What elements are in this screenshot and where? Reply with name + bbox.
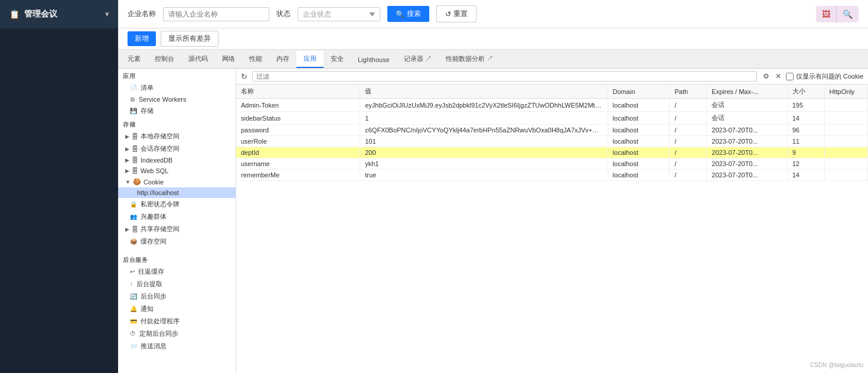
tab-network[interactable]: 网络 [215, 51, 242, 68]
sidebar-item-interest-groups[interactable]: 👥 兴趣群体 [118, 210, 236, 223]
table-cell: username [236, 158, 360, 170]
sidebar-group-shared-storage[interactable]: ▶ 🗄 共享存储空间 [118, 223, 236, 235]
sidebar-group-session-storage[interactable]: ▶ 🗄 会话存储空间 [118, 142, 236, 155]
sidebar-item-manifest[interactable]: 📄 清单 [118, 82, 236, 94]
indexeddb-expand-icon: ▶ [125, 157, 129, 163]
tab-lighthouse[interactable]: Lighthouse [351, 53, 397, 68]
table-cell: userRole [236, 136, 360, 147]
app-layout: 📋 管理会议 ▾ 企业名称 状态 企业状态 启用 禁用 ▼ 🔍 [0, 0, 868, 373]
table-cell: 会话 [707, 99, 787, 112]
filter-issues-checkbox[interactable] [786, 73, 794, 80]
table-cell: / [670, 136, 707, 147]
table-row[interactable]: passwordc6QFX0BoPNC/nIjoVCYYoQYklj44a7er… [236, 125, 868, 136]
notifications-icon: 🔔 [130, 306, 137, 312]
sidebar-item-localhost[interactable]: http://localhost [118, 187, 236, 198]
sidebar-item-background-fetch[interactable]: ↑ 后台提取 [118, 278, 236, 290]
status-label: 状态 [276, 9, 291, 19]
col-header-value: 值 [360, 85, 608, 99]
app-header-chevron[interactable]: ▾ [105, 10, 109, 18]
table-cell: 2023-07-20T0... [707, 158, 787, 170]
table-cell: / [670, 158, 707, 170]
table-cell: / [670, 147, 707, 158]
table-cell [824, 147, 867, 158]
sidebar-item-push-messaging[interactable]: 📨 推送消息 [118, 340, 236, 352]
background-fetch-icon: ↑ [130, 281, 133, 287]
app-nav [0, 28, 118, 373]
cache-icon: 📦 [130, 238, 137, 245]
table-cell: 2023-07-20T0... [707, 170, 787, 181]
sidebar-item-cache[interactable]: 📦 缓存空间 [118, 235, 236, 248]
table-cell [824, 99, 867, 112]
table-row[interactable]: usernameykh1localhost/2023-07-20T0...12 [236, 158, 868, 170]
tab-memory[interactable]: 内存 [269, 51, 296, 68]
tab-perf-insights[interactable]: 性能数据分析 ↗ [439, 51, 500, 68]
local-storage-icon: 🗄 [132, 133, 138, 140]
right-panel: 企业名称 状态 企业状态 启用 禁用 ▼ 🔍 搜索 ↺ 重置 🖼 [118, 0, 868, 373]
sidebar-section-app-title: 应用 [118, 69, 236, 82]
sidebar-item-private-state[interactable]: 🔒 私密状态令牌 [118, 198, 236, 210]
private-state-icon: 🔒 [130, 201, 137, 207]
table-row[interactable]: userRole101localhost/2023-07-20T0...11 [236, 136, 868, 147]
serviceworker-icon: ⚙ [130, 96, 135, 103]
add-button[interactable]: 新增 [128, 31, 156, 46]
show-diff-button[interactable]: 显示所有差异 [161, 31, 218, 47]
session-storage-icon: 🗄 [132, 145, 138, 153]
company-input[interactable] [163, 7, 269, 21]
tab-sources[interactable]: 源代码 [181, 51, 215, 68]
table-cell: localhost [608, 147, 670, 158]
table-cell: / [670, 99, 707, 112]
sub-action-bar: 新增 显示所有差异 [118, 28, 868, 50]
sidebar-item-payment-handler[interactable]: 💳 付款处理程序 [118, 315, 236, 327]
watermark: CSDN @taiguolaotu [810, 362, 863, 368]
table-cell: 2023-07-20T0... [707, 136, 787, 147]
table-cell [824, 125, 867, 136]
sidebar-group-websql[interactable]: ▶ 🗄 Web SQL [118, 166, 236, 176]
sidebar-item-background-sync[interactable]: 🔄 后台同步 [118, 290, 236, 303]
sidebar-item-back-forward-cache[interactable]: ↩ 往返缓存 [118, 265, 236, 278]
filter-clear-icon[interactable]: ✕ [774, 71, 782, 82]
table-cell: localhost [608, 136, 670, 147]
tab-performance[interactable]: 性能 [242, 51, 269, 68]
filter-input[interactable] [252, 71, 757, 82]
session-storage-expand-icon: ▶ [125, 146, 129, 152]
manifest-icon: 📄 [130, 85, 137, 91]
table-cell: / [670, 112, 707, 125]
search-icon-button[interactable]: 🔍 [836, 6, 859, 22]
sidebar-group-indexeddb[interactable]: ▶ 🗄 IndexedDB [118, 155, 236, 166]
table-row[interactable]: deptId200localhost/2023-07-20T0...9 [236, 147, 868, 158]
table-cell: 2023-07-20T0... [707, 147, 787, 158]
col-header-path: Path [670, 85, 707, 99]
table-row[interactable]: sidebarStatus1localhost/会话14 [236, 112, 868, 125]
indexeddb-icon: 🗄 [132, 157, 138, 164]
sidebar-group-cookie[interactable]: ▼ 🍪 Cookie [118, 176, 236, 187]
filter-settings-icon[interactable]: ⚙ [762, 71, 771, 82]
status-select[interactable]: 企业状态 启用 禁用 [298, 7, 380, 21]
tab-security[interactable]: 安全 [324, 51, 351, 68]
tab-recorder[interactable]: 记录器 ↗ [397, 51, 439, 68]
devtools-tab-bar: 元素 控制台 源代码 网络 性能 内存 应用 安全 Lighthouse 记录器… [118, 50, 868, 69]
app-title: 管理会议 [24, 9, 57, 20]
sidebar-item-notifications[interactable]: 🔔 通知 [118, 303, 236, 315]
col-header-size: 大小 [787, 85, 824, 99]
table-row[interactable]: rememberMetruelocalhost/2023-07-20T0...1… [236, 170, 868, 181]
sidebar-group-local-storage[interactable]: ▶ 🗄 本地存储空间 [118, 130, 236, 142]
table-cell [824, 170, 867, 181]
table-cell: 96 [787, 125, 824, 136]
filter-issues-label[interactable]: 仅显示有问题的 Cookie [786, 72, 863, 81]
image-icon-button[interactable]: 🖼 [816, 6, 836, 22]
reset-button[interactable]: ↺ 重置 [436, 5, 477, 22]
tab-console[interactable]: 控制台 [148, 51, 181, 68]
sidebar-item-storage-overview[interactable]: 💾 存储 [118, 105, 236, 117]
tab-application[interactable]: 应用 [296, 51, 324, 68]
sidebar-item-periodic-sync[interactable]: ⏱ 定期后台同步 [118, 327, 236, 340]
table-cell: 1 [360, 112, 608, 125]
tab-elements[interactable]: 元素 [120, 51, 148, 68]
table-cell [824, 112, 867, 125]
table-cell: localhost [608, 125, 670, 136]
table-cell: 12 [787, 158, 824, 170]
table-row[interactable]: Admin-TokeneyJhbGciOiJIUzUxMiJ9.eyJsb2dp… [236, 99, 868, 112]
sidebar-item-service-workers[interactable]: ⚙ Service Workers [118, 94, 236, 105]
filter-refresh-button[interactable]: ↻ [241, 72, 247, 81]
search-button[interactable]: 🔍 搜索 [387, 6, 429, 22]
table-cell: password [236, 125, 360, 136]
